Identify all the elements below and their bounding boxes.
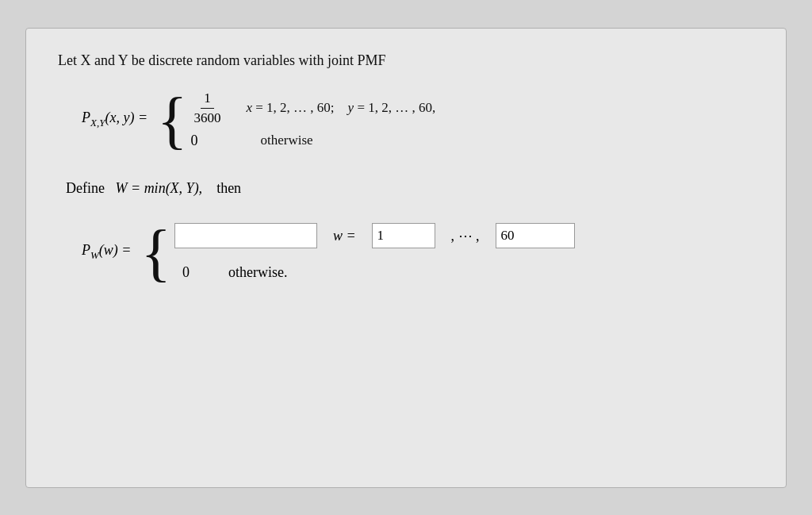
define-then: then: [216, 180, 241, 196]
pw-args-close: ) =: [113, 242, 132, 258]
pmf-case1: 1 3600 x = 1, 2, … , 60; y = 1, 2, … , 6…: [190, 90, 435, 126]
pmf-brace: {: [157, 88, 187, 152]
pmf-denominator: 3600: [190, 109, 224, 126]
pmf-case2-val: 0: [190, 133, 238, 149]
pw-formula-input[interactable]: [174, 223, 317, 248]
pw-cases: w = 1 , ⋯ , 60 0 otherwise.: [174, 221, 575, 284]
pmf-cases: 1 3600 x = 1, 2, … , 60; y = 1, 2, … , 6…: [190, 88, 435, 152]
define-section: Define W = min(X, Y), then: [66, 180, 754, 197]
pw-p: P: [82, 242, 90, 258]
pmf-case2: 0 otherwise: [190, 133, 435, 149]
pw-case2-val: 0: [174, 264, 206, 281]
pw-sixty-text: 60: [501, 228, 515, 244]
pw-brace: {: [141, 221, 171, 284]
pw-label: PW(w) =: [82, 242, 132, 262]
pw-brace-container: { w = 1 , ⋯ , 60: [141, 221, 575, 284]
pmf-brace-container: { 1 3600 x = 1, 2, … , 60; y = 1, 2, … ,…: [157, 88, 435, 152]
pmf-close: ) =: [129, 110, 147, 125]
pmf-p: P: [82, 110, 90, 125]
define-word: Define: [66, 180, 105, 196]
pw-w-value-input[interactable]: 1: [372, 223, 435, 248]
pmf-label: PX,Y(x, y) =: [82, 110, 147, 129]
pmf-subscript: X,Y: [90, 117, 105, 129]
pw-case2: 0 otherwise.: [174, 264, 575, 281]
pw-w-label: w: [333, 228, 343, 244]
pw-subscript: W: [90, 249, 99, 261]
pmf-y-var: y: [348, 100, 354, 115]
pw-section: PW(w) = { w = 1 , ⋯ , 60: [82, 221, 754, 284]
pmf-case1-cond: x = 1, 2, … , 60; y = 1, 2, … , 60,: [246, 100, 435, 116]
pw-dots: , ⋯ ,: [451, 227, 480, 244]
pw-case1: w = 1 , ⋯ , 60: [174, 223, 575, 248]
pmf-fraction: 1 3600: [190, 90, 224, 126]
pw-sixty-input[interactable]: 60: [496, 223, 575, 248]
pmf-x-var: x: [246, 100, 252, 115]
pmf-case2-cond: otherwise: [260, 133, 312, 148]
pw-w-value-text: 1: [377, 228, 385, 244]
pw-case2-cond: otherwise.: [228, 264, 287, 281]
pmf-numerator: 1: [201, 90, 214, 109]
intro-text: Let X and Y be discrete random variables…: [58, 52, 754, 69]
define-eq: W = min(X, Y),: [115, 180, 202, 196]
main-card: Let X and Y be discrete random variables…: [25, 28, 787, 488]
pw-w-arg: w: [104, 242, 113, 258]
pmf-section: PX,Y(x, y) = { 1 3600 x = 1, 2, … , 60; …: [82, 88, 754, 152]
pw-w-equals: w =: [333, 228, 356, 244]
